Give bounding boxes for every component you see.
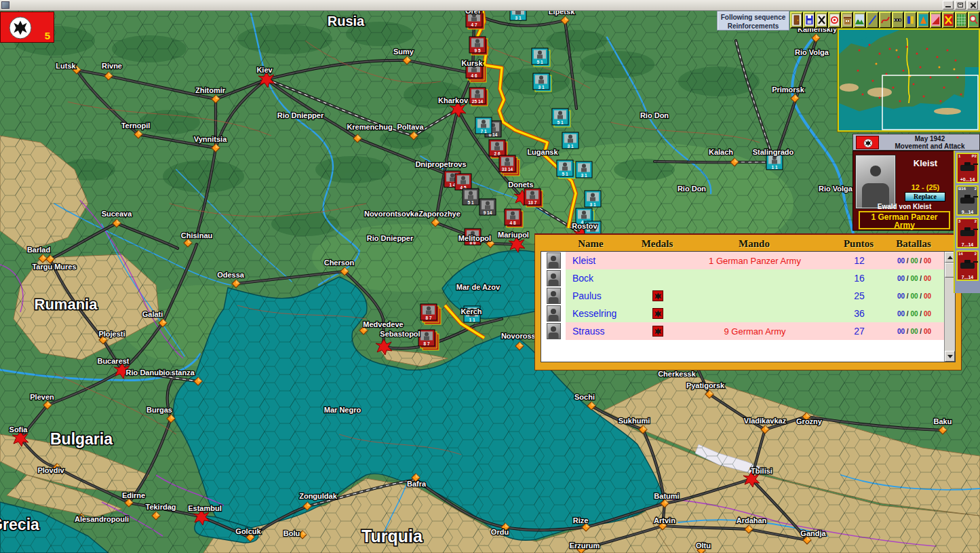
- water-label: Rio Don: [640, 111, 669, 119]
- water-label: Mar de Azov: [456, 283, 501, 291]
- roads-display-button[interactable]: [879, 12, 892, 28]
- svg-text:4 7: 4 7: [471, 22, 477, 27]
- german-unit-counter[interactable]: 13 7: [524, 189, 543, 207]
- commander-full-name: Ewald von Kleist: [853, 203, 956, 210]
- german-unit-counter[interactable]: 4 8: [505, 209, 523, 227]
- puntos-cell: 25: [836, 290, 883, 301]
- remove-unit-button[interactable]: [815, 12, 828, 28]
- city-label: Oltu: [696, 541, 711, 550]
- soviet-unit-counter[interactable]: 3 1: [576, 161, 592, 178]
- exit-door-button[interactable]: [790, 12, 803, 28]
- german-unit-counter[interactable]: 4 5: [455, 174, 471, 190]
- header-puntos: Puntos: [835, 238, 882, 250]
- german-unit-counter[interactable]: 9 5: [469, 37, 488, 55]
- commander-row[interactable]: Strauss9 German Army2700 / 00 / 00: [541, 322, 945, 340]
- city-display-button[interactable]: [841, 12, 854, 28]
- german-unit-counter[interactable]: 8 7: [418, 330, 439, 350]
- main-toolbar: [790, 12, 980, 28]
- tank-icon: [960, 197, 975, 204]
- soviet-unit-counter[interactable]: 3 1: [510, 11, 526, 20]
- city-label: Kerch: [460, 307, 482, 316]
- svg-text:1 1: 1 1: [771, 165, 777, 170]
- svg-text:3 1: 3 1: [581, 173, 587, 178]
- commander-name-cell: Strauss: [566, 326, 642, 337]
- contours-display-button[interactable]: [917, 12, 930, 28]
- victory-hexes-button[interactable]: [942, 12, 955, 28]
- city-label: Lipetsk: [549, 11, 575, 16]
- minimap[interactable]: [838, 28, 980, 132]
- soviet-unit-counter[interactable]: 3 1: [562, 132, 579, 149]
- svg-text:3 1: 3 1: [567, 144, 573, 149]
- restore-button[interactable]: [955, 1, 966, 9]
- city-label: Kiev: [256, 66, 273, 74]
- batallas-cell: 00 / 00 / 00: [883, 292, 945, 300]
- city-label: Dnipropetrovs: [415, 160, 466, 168]
- zoom-button[interactable]: [968, 12, 980, 28]
- soviet-unit-counter[interactable]: 5 1: [552, 109, 570, 127]
- city-label: Poltava: [397, 123, 424, 131]
- city-label: Ternopil: [121, 121, 151, 130]
- objectives-button[interactable]: [828, 12, 841, 28]
- commander-table: Name Medals Mando Puntos Batallas Kleist…: [534, 233, 962, 370]
- hexgrid-display-button[interactable]: [930, 12, 943, 28]
- soviet-unit-counter[interactable]: 7 1: [475, 117, 492, 134]
- army-unit-counter[interactable]: 327...14: [956, 218, 979, 248]
- header-name: Name: [541, 238, 641, 250]
- city-label: Primorsk: [772, 85, 805, 94]
- sequence-line1: Following sequence: [718, 13, 789, 22]
- city-label: Chisinau: [181, 231, 212, 240]
- close-button[interactable]: [967, 1, 978, 9]
- terrain-display-button[interactable]: [853, 12, 866, 28]
- minimize-button[interactable]: [943, 1, 954, 9]
- army-unit-counter[interactable]: 1P2+0...14: [956, 153, 979, 183]
- region-label: Rusia: [328, 14, 365, 28]
- city-label: Tekirdag: [145, 503, 176, 511]
- city-label: Melitopol: [458, 234, 491, 242]
- side-turn-flag: 5: [0, 12, 54, 43]
- commander-row[interactable]: Bock1600 / 00 / 00: [541, 269, 945, 287]
- city-label: Kalach: [709, 148, 733, 156]
- city-label: Baku: [934, 417, 952, 425]
- city-label: Cherkessk: [658, 370, 697, 378]
- draw-line-button[interactable]: [866, 12, 879, 28]
- batallas-cell: 00 / 00 / 00: [883, 328, 945, 335]
- city-label: Vladikavkaz: [744, 417, 787, 425]
- scroll-down-button[interactable]: [945, 351, 955, 362]
- army-unit-counter[interactable]: B1629...14: [956, 185, 979, 216]
- commander-thumbnail: [547, 252, 561, 269]
- german-unit-counter[interactable]: 25 14: [469, 88, 488, 106]
- commander-row[interactable]: Kesselring3600 / 00 / 00: [541, 305, 945, 322]
- city-label: Golcuk: [235, 527, 261, 535]
- city-label: Suceava: [102, 210, 133, 218]
- german-unit-counter[interactable]: 8 7: [420, 304, 441, 324]
- save-button[interactable]: [803, 12, 816, 28]
- region-label: Rumania: [35, 296, 98, 313]
- railroads-display-button[interactable]: [892, 12, 905, 28]
- soviet-unit-counter[interactable]: 5 1: [532, 48, 550, 66]
- soviet-unit-counter[interactable]: 5 1: [557, 160, 575, 178]
- soviet-unit-counter[interactable]: 3 1: [585, 191, 601, 207]
- units-display-button[interactable]: [904, 12, 917, 28]
- commander-row[interactable]: Kleist1 German Panzer Army1200 / 00 / 00: [541, 252, 945, 269]
- german-unit-counter[interactable]: 5 1: [463, 189, 479, 205]
- soviet-unit-counter[interactable]: 3 1: [533, 73, 551, 92]
- water-label: Mar Negro: [324, 406, 361, 414]
- svg-text:3 1: 3 1: [589, 202, 595, 207]
- svg-text:1 4: 1 4: [449, 183, 455, 187]
- strategic-map-button[interactable]: [955, 12, 968, 28]
- svg-text:9 5: 9 5: [474, 48, 480, 53]
- city-label: Rize: [573, 516, 589, 525]
- city-label: Batumi: [654, 492, 679, 500]
- svg-text:2 6: 2 6: [494, 151, 500, 156]
- replace-button[interactable]: Replace: [905, 192, 945, 202]
- turn-date: May 1942: [880, 135, 979, 142]
- puntos-cell: 36: [836, 308, 883, 319]
- army-unit-counter[interactable]: 1427...14: [956, 250, 979, 281]
- commander-row[interactable]: Paulus2500 / 00 / 00: [541, 287, 945, 305]
- svg-text:1 1: 1 1: [469, 318, 475, 322]
- german-unit-counter[interactable]: 33 14: [499, 155, 520, 176]
- water-label: Rio Dniepper: [367, 234, 414, 242]
- puntos-cell: 27: [836, 326, 883, 337]
- german-unit-counter[interactable]: 9 14: [479, 199, 496, 215]
- puntos-cell: 12: [836, 255, 883, 266]
